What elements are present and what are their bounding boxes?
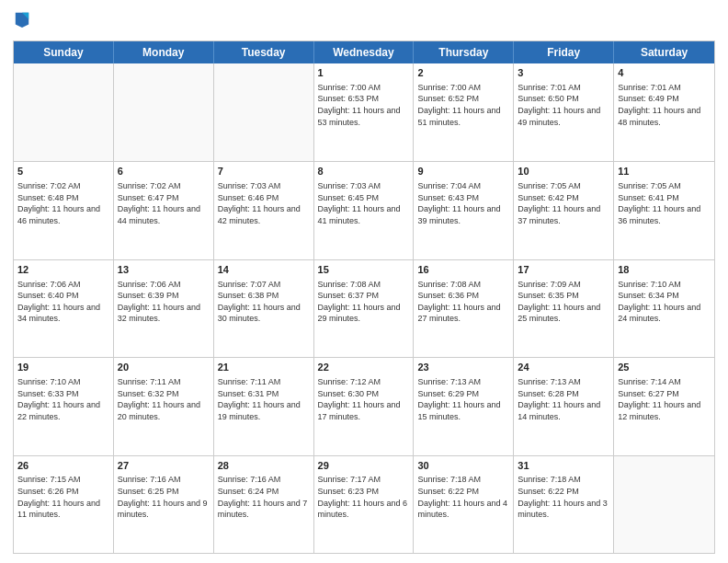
day-info: Sunrise: 7:00 AMSunset: 6:53 PMDaylight:… xyxy=(318,82,410,128)
day-cell-11: 11Sunrise: 7:05 AMSunset: 6:41 PMDayligh… xyxy=(614,162,714,259)
day-cell-7: 7Sunrise: 7:03 AMSunset: 6:46 PMDaylight… xyxy=(214,162,314,259)
day-cell-16: 16Sunrise: 7:08 AMSunset: 6:36 PMDayligh… xyxy=(414,260,514,357)
day-number: 23 xyxy=(417,361,509,374)
day-info: Sunrise: 7:13 AMSunset: 6:29 PMDaylight:… xyxy=(417,376,509,422)
day-cell-1: 1Sunrise: 7:00 AMSunset: 6:53 PMDaylight… xyxy=(314,63,415,161)
day-cell-6: 6Sunrise: 7:02 AMSunset: 6:47 PMDaylight… xyxy=(114,162,214,259)
day-cell-27: 27Sunrise: 7:16 AMSunset: 6:25 PMDayligh… xyxy=(114,456,214,553)
day-info: Sunrise: 7:14 AMSunset: 6:27 PMDaylight:… xyxy=(618,376,711,422)
day-cell-24: 24Sunrise: 7:13 AMSunset: 6:28 PMDayligh… xyxy=(514,358,614,454)
day-number: 7 xyxy=(218,165,310,178)
day-cell-14: 14Sunrise: 7:07 AMSunset: 6:38 PMDayligh… xyxy=(214,260,314,357)
day-cell-23: 23Sunrise: 7:13 AMSunset: 6:29 PMDayligh… xyxy=(414,358,514,454)
day-info: Sunrise: 7:15 AMSunset: 6:26 PMDaylight:… xyxy=(17,474,109,520)
calendar-row-2: 12Sunrise: 7:06 AMSunset: 6:40 PMDayligh… xyxy=(14,259,714,357)
day-info: Sunrise: 7:01 AMSunset: 6:50 PMDaylight:… xyxy=(518,82,609,128)
day-info: Sunrise: 7:05 AMSunset: 6:41 PMDaylight:… xyxy=(618,180,711,226)
day-number: 11 xyxy=(618,165,711,178)
calendar-header: SundayMondayTuesdayWednesdayThursdayFrid… xyxy=(14,41,714,63)
day-number: 5 xyxy=(17,165,109,178)
day-info: Sunrise: 7:05 AMSunset: 6:42 PMDaylight:… xyxy=(518,180,609,226)
day-cell-31: 31Sunrise: 7:18 AMSunset: 6:22 PMDayligh… xyxy=(514,456,614,553)
day-number: 15 xyxy=(318,263,410,277)
day-number: 3 xyxy=(518,66,609,80)
day-cell-4: 4Sunrise: 7:01 AMSunset: 6:49 PMDaylight… xyxy=(614,63,714,161)
day-number: 24 xyxy=(518,361,609,374)
day-info: Sunrise: 7:04 AMSunset: 6:43 PMDaylight:… xyxy=(417,180,509,226)
day-cell-25: 25Sunrise: 7:14 AMSunset: 6:27 PMDayligh… xyxy=(614,358,714,454)
logo-icon xyxy=(14,9,30,29)
day-info: Sunrise: 7:06 AMSunset: 6:39 PMDaylight:… xyxy=(118,279,210,325)
day-number: 29 xyxy=(318,459,410,473)
day-number: 6 xyxy=(118,165,210,178)
header xyxy=(13,9,715,33)
page: SundayMondayTuesdayWednesdayThursdayFrid… xyxy=(0,0,728,563)
day-info: Sunrise: 7:08 AMSunset: 6:36 PMDaylight:… xyxy=(417,279,509,325)
day-number: 17 xyxy=(518,263,609,277)
day-info: Sunrise: 7:11 AMSunset: 6:31 PMDaylight:… xyxy=(218,376,310,422)
day-cell-8: 8Sunrise: 7:03 AMSunset: 6:45 PMDaylight… xyxy=(314,162,415,259)
day-number: 2 xyxy=(417,66,509,80)
day-info: Sunrise: 7:08 AMSunset: 6:37 PMDaylight:… xyxy=(318,279,410,325)
day-header-friday: Friday xyxy=(514,41,614,63)
day-number: 21 xyxy=(218,361,310,374)
logo xyxy=(13,9,30,33)
day-cell-5: 5Sunrise: 7:02 AMSunset: 6:48 PMDaylight… xyxy=(14,162,114,259)
day-header-wednesday: Wednesday xyxy=(314,41,415,63)
day-cell-19: 19Sunrise: 7:10 AMSunset: 6:33 PMDayligh… xyxy=(14,358,114,454)
day-number: 27 xyxy=(118,459,210,473)
day-cell-26: 26Sunrise: 7:15 AMSunset: 6:26 PMDayligh… xyxy=(14,456,114,553)
day-info: Sunrise: 7:12 AMSunset: 6:30 PMDaylight:… xyxy=(318,376,410,422)
empty-cell-0-2 xyxy=(214,63,314,161)
day-info: Sunrise: 7:13 AMSunset: 6:28 PMDaylight:… xyxy=(518,376,609,422)
day-cell-15: 15Sunrise: 7:08 AMSunset: 6:37 PMDayligh… xyxy=(314,260,415,357)
day-info: Sunrise: 7:00 AMSunset: 6:52 PMDaylight:… xyxy=(417,82,509,128)
day-cell-10: 10Sunrise: 7:05 AMSunset: 6:42 PMDayligh… xyxy=(514,162,614,259)
day-info: Sunrise: 7:07 AMSunset: 6:38 PMDaylight:… xyxy=(218,279,310,325)
day-number: 1 xyxy=(318,66,410,80)
day-cell-18: 18Sunrise: 7:10 AMSunset: 6:34 PMDayligh… xyxy=(614,260,714,357)
day-info: Sunrise: 7:01 AMSunset: 6:49 PMDaylight:… xyxy=(618,82,711,128)
day-cell-2: 2Sunrise: 7:00 AMSunset: 6:52 PMDaylight… xyxy=(414,63,514,161)
day-cell-17: 17Sunrise: 7:09 AMSunset: 6:35 PMDayligh… xyxy=(514,260,614,357)
day-header-sunday: Sunday xyxy=(14,41,114,63)
day-cell-28: 28Sunrise: 7:16 AMSunset: 6:24 PMDayligh… xyxy=(214,456,314,553)
day-number: 30 xyxy=(417,459,509,473)
empty-cell-4-6 xyxy=(614,456,714,553)
day-info: Sunrise: 7:10 AMSunset: 6:34 PMDaylight:… xyxy=(618,279,711,325)
day-number: 10 xyxy=(518,165,609,178)
day-number: 9 xyxy=(417,165,509,178)
day-number: 31 xyxy=(518,459,609,473)
day-cell-22: 22Sunrise: 7:12 AMSunset: 6:30 PMDayligh… xyxy=(314,358,415,454)
day-number: 18 xyxy=(618,263,711,277)
day-header-monday: Monday xyxy=(114,41,214,63)
day-info: Sunrise: 7:18 AMSunset: 6:22 PMDaylight:… xyxy=(417,474,509,520)
calendar-row-1: 5Sunrise: 7:02 AMSunset: 6:48 PMDaylight… xyxy=(14,161,714,259)
day-info: Sunrise: 7:02 AMSunset: 6:47 PMDaylight:… xyxy=(118,180,210,226)
calendar-body: 1Sunrise: 7:00 AMSunset: 6:53 PMDaylight… xyxy=(14,63,714,553)
day-cell-9: 9Sunrise: 7:04 AMSunset: 6:43 PMDaylight… xyxy=(414,162,514,259)
empty-cell-0-1 xyxy=(114,63,214,161)
day-header-saturday: Saturday xyxy=(614,41,714,63)
day-cell-29: 29Sunrise: 7:17 AMSunset: 6:23 PMDayligh… xyxy=(314,456,415,553)
day-number: 13 xyxy=(118,263,210,277)
day-info: Sunrise: 7:18 AMSunset: 6:22 PMDaylight:… xyxy=(518,474,609,520)
day-info: Sunrise: 7:02 AMSunset: 6:48 PMDaylight:… xyxy=(17,180,109,226)
day-info: Sunrise: 7:06 AMSunset: 6:40 PMDaylight:… xyxy=(17,279,109,325)
empty-cell-0-0 xyxy=(14,63,114,161)
day-info: Sunrise: 7:16 AMSunset: 6:24 PMDaylight:… xyxy=(218,474,310,520)
day-number: 19 xyxy=(17,361,109,374)
day-cell-13: 13Sunrise: 7:06 AMSunset: 6:39 PMDayligh… xyxy=(114,260,214,357)
day-cell-20: 20Sunrise: 7:11 AMSunset: 6:32 PMDayligh… xyxy=(114,358,214,454)
day-info: Sunrise: 7:03 AMSunset: 6:46 PMDaylight:… xyxy=(218,180,310,226)
day-number: 4 xyxy=(618,66,711,80)
calendar-row-3: 19Sunrise: 7:10 AMSunset: 6:33 PMDayligh… xyxy=(14,357,714,454)
day-header-tuesday: Tuesday xyxy=(214,41,314,63)
day-cell-3: 3Sunrise: 7:01 AMSunset: 6:50 PMDaylight… xyxy=(514,63,614,161)
day-info: Sunrise: 7:16 AMSunset: 6:25 PMDaylight:… xyxy=(118,474,210,520)
calendar: SundayMondayTuesdayWednesdayThursdayFrid… xyxy=(13,40,715,554)
day-cell-12: 12Sunrise: 7:06 AMSunset: 6:40 PMDayligh… xyxy=(14,260,114,357)
day-cell-30: 30Sunrise: 7:18 AMSunset: 6:22 PMDayligh… xyxy=(414,456,514,553)
day-number: 12 xyxy=(17,263,109,277)
day-info: Sunrise: 7:09 AMSunset: 6:35 PMDaylight:… xyxy=(518,279,609,325)
